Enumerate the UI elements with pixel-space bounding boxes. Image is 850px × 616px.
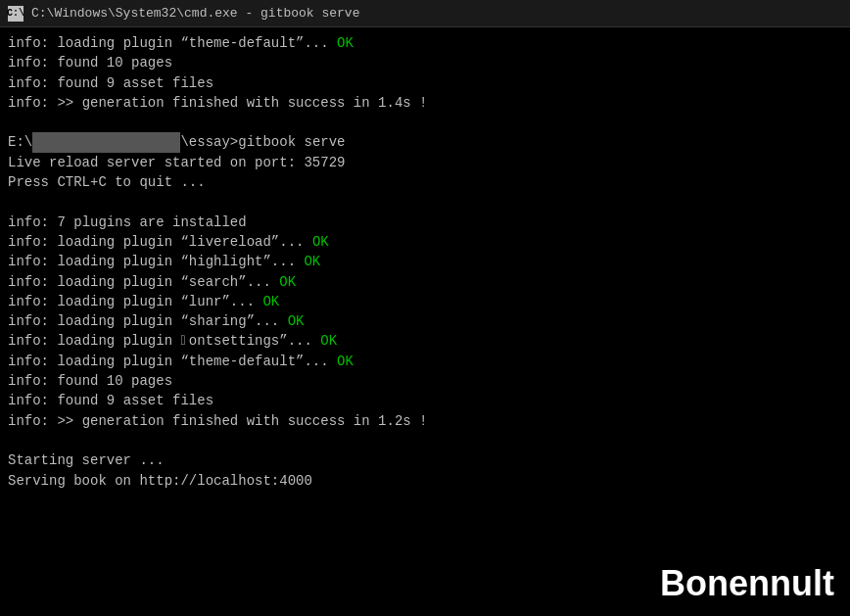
watermark-text: Bonennult [660,563,834,604]
line-text: Serving book on http://localhost:4000 [8,473,312,489]
ok-status: OK [262,294,279,309]
terminal-line: info: loading plugin “lunr”... OK [8,292,842,311]
terminal-line-blank [8,431,842,450]
cmd-icon: C:\ [8,6,24,22]
line-text: loading plugin “search”... [57,274,279,290]
title-bar: C:\ C:\Windows\System32\cmd.exe - gitboo… [0,0,850,27]
info-prefix: info: [8,274,57,290]
info-prefix: info: [8,373,57,389]
terminal-line: info: loading plugin “search”... OK [8,272,842,292]
line-text: loading plugin “theme-default”... [57,354,337,369]
info-prefix: info: [8,234,57,250]
line-text: Live reload server started on port: 3572… [8,155,345,170]
terminal-line-cmd: E:\ \essay>gitbook serve [8,132,842,152]
line-text: Press CTRL+C to quit ... [8,174,206,190]
info-prefix: info: [8,393,57,408]
info-prefix: info: [8,333,57,349]
terminal-line: Serving book on http://localhost:4000 [8,471,842,491]
terminal-line: info: found 9 asset files [8,391,842,410]
cmd-text: \essay>gitbook serve [180,134,345,150]
terminal-line: info: loading plugin “sharing”... OK [8,311,842,331]
title-bar-text: C:\Windows\System32\cmd.exe - gitbook se… [31,6,359,21]
window: C:\ C:\Windows\System32\cmd.exe - gitboo… [0,0,850,616]
terminal-line: info: found 10 pages [8,53,842,72]
terminal-line: info: loading plugin “theme-default”... … [8,33,842,53]
ok-status: OK [337,35,354,51]
line-text: found 9 asset files [57,75,213,91]
terminal-line: info: >> generation finished with succes… [8,93,842,113]
terminal-line: info: 7 plugins are installed [8,213,842,232]
line-text: loading plugin “livereload”... [57,234,311,250]
line-text: loading plugin “lunr”... [57,294,262,309]
ok-status: OK [320,333,337,349]
terminal-body: info: loading plugin “theme-default”... … [0,27,850,616]
ok-status: OK [312,234,329,250]
ok-status: OK [337,354,354,369]
terminal-line: Press CTRL+C to quit ... [8,172,842,192]
terminal-line: info: found 10 pages [8,371,842,391]
info-prefix: info: [8,75,57,91]
terminal-line: info: loading plugin “livereload”... OK [8,232,842,252]
terminal-line: info: >> generation finished with succes… [8,411,842,431]
info-prefix: info: [8,294,57,309]
ok-status: OK [279,274,296,290]
line-text: loading plugin “highlight”... [57,254,304,269]
terminal-line: info: loading plugin “theme-default”... … [8,352,842,371]
info-prefix: info: [8,313,57,329]
info-prefix: info: [8,214,57,230]
redacted-path [32,132,180,152]
terminal-line: Starting server ... [8,450,842,470]
line-text: found 10 pages [57,373,172,389]
info-prefix: info: [8,354,57,369]
line-text: found 10 pages [57,55,172,71]
line-text: 7 plugins are installed [57,214,246,230]
terminal-line-blank [8,113,842,132]
terminal-line-blank [8,192,842,212]
line-text: >> generation finished with success in 1… [57,413,427,429]
line-text: loading plugin 𠇏ontsettings”... [57,333,320,349]
info-prefix: info: [8,413,57,429]
info-prefix: info: [8,95,57,111]
terminal-line: Live reload server started on port: 3572… [8,153,842,172]
ok-status: OK [288,313,305,329]
line-text: found 9 asset files [57,393,213,408]
terminal-line: info: loading plugin “highlight”... OK [8,252,842,271]
line-text: >> generation finished with success in 1… [57,95,427,111]
terminal-line: info: found 9 asset files [8,73,842,93]
line-text: loading plugin “theme-default”... [57,35,337,51]
line-text: Starting server ... [8,452,165,468]
drive-path: E:\ [8,134,32,150]
line-text: loading plugin “sharing”... [57,313,287,329]
info-prefix: info: [8,55,57,71]
info-prefix: info: [8,35,57,51]
terminal-line: info: loading plugin 𠇏ontsettings”... OK [8,331,842,351]
ok-status: OK [304,254,320,269]
info-prefix: info: [8,254,57,269]
